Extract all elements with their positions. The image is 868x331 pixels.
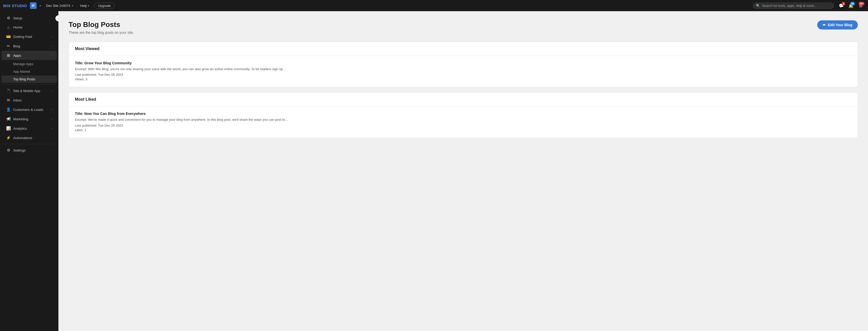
user-avatar-button[interactable]: IK [30,2,37,9]
most-liked-header: Most Liked [69,92,858,107]
topbar-icon-group: 💬 1 🔔 10 ⊞ 20+ [837,1,865,10]
analytics-icon: 📊 [6,126,11,131]
chevron-up-icon: ˄ [51,54,52,57]
sidebar-item-customers-leads[interactable]: 👤 Customers & Leads › [2,105,57,114]
sidebar-item-label: Setup [13,16,52,20]
manage-apps-label: Manage Apps [13,62,33,66]
sidebar-item-label: Home [13,25,52,29]
page-subtitle: These are the top blog posts on your sit… [68,30,134,34]
post-excerpt: Excerpt: With Wix Blog, you're not only … [75,66,851,72]
sidebar-item-label: Customers & Leads [13,108,49,112]
sidebar-item-home[interactable]: ⌂ Home [2,23,57,32]
chevron-right-icon: › [52,108,52,111]
help-label: Help [80,4,87,8]
search-bar[interactable]: 🔍 Search for tools, apps, help & more... [753,3,834,9]
chevron-right-icon: › [52,45,52,48]
sidebar-divider [3,84,55,85]
site-selector-button[interactable]: Dev Site 2x9074 ▾ [44,3,75,9]
most-liked-post-item: Title: Now You Can Blog from Everywhere … [69,107,858,138]
marketing-icon: 📢 [6,117,11,121]
sidebar-item-settings[interactable]: ⚙ Settings [2,146,57,155]
sidebar-item-apps[interactable]: ⊞ Apps ˄ [2,51,57,60]
chevron-right-icon: › [52,127,52,130]
home-icon: ⌂ [6,25,11,29]
upgrade-button[interactable]: Upgrade [94,3,115,9]
sidebar-item-analytics[interactable]: 📊 Analytics › [2,124,57,133]
page-title-group: Top Blog Posts These are the top blog po… [68,20,134,34]
sidebar-item-label: Blog [13,44,49,48]
sidebar-item-label: Apps [13,54,49,57]
user-dropdown-chevron: ▾ [40,4,41,7]
sidebar-item-label: Site & Mobile App [13,89,49,93]
post-excerpt: Excerpt: We've made it quick and conveni… [75,117,851,122]
most-liked-card: Most Liked Title: Now You Can Blog from … [68,92,858,138]
search-icon: 🔍 [756,4,760,8]
setup-icon: ⚙ [6,16,11,20]
notifications-badge: 10 [850,2,855,6]
most-viewed-header: Most Viewed [69,42,858,56]
post-last-published: Last published: Tue Dec 05 2023 [75,73,851,77]
app-market-label: App Market [13,70,30,74]
sidebar-item-blog[interactable]: ✏ Blog › [2,42,57,51]
sidebar-sub-item-app-market[interactable]: App Market [2,68,57,75]
wix-studio-logo: WIX STUDIO [3,4,27,8]
main-layout: ‹ ⚙ Setup ⌂ Home 💳 Getting Paid › ✏ Blog… [0,11,868,331]
sidebar-sub-item-manage-apps[interactable]: Manage Apps [2,60,57,67]
site-name-label: Dev Site 2x9074 [46,4,70,8]
chevron-right-icon: › [52,118,52,120]
getting-paid-icon: 💳 [6,34,11,39]
main-content: Top Blog Posts These are the top blog po… [58,11,868,331]
chevron-right-icon: › [52,89,52,92]
sidebar-item-label: Automations [13,136,52,140]
page-title: Top Blog Posts [68,20,134,29]
search-placeholder: Search for tools, apps, help & more... [762,4,817,8]
notifications-button[interactable]: 🔔 10 [847,1,855,10]
sidebar-item-getting-paid[interactable]: 💳 Getting Paid › [2,32,57,41]
edit-blog-button[interactable]: ✏ Edit Your Blog [817,20,858,29]
help-dropdown-chevron: ▾ [88,4,89,7]
site-mobile-app-icon: 📱 [6,88,11,93]
messages-badge: 1 [842,2,845,6]
apps-nav-icon: ⊞ [6,53,11,58]
blog-icon: ✏ [6,44,11,48]
post-title: Title: Grow Your Blog Community [75,61,851,65]
settings-icon: ⚙ [6,148,11,153]
sidebar-item-automations[interactable]: ⚡ Automations [2,133,57,142]
sidebar-item-marketing[interactable]: 📢 Marketing › [2,114,57,123]
sidebar-divider-2 [3,144,55,144]
help-button[interactable]: Help ▾ [78,3,91,9]
most-viewed-post-item: Title: Grow Your Blog Community Excerpt:… [69,56,858,87]
post-likes: Likes: 1 [75,128,851,132]
sidebar-sub-item-top-blog-posts[interactable]: Top Blog Posts [2,76,57,83]
sidebar-item-label: Marketing [13,117,49,121]
sidebar-item-inbox[interactable]: ✉ Inbox [2,95,57,105]
post-views: Views: 3 [75,77,851,81]
top-blog-posts-label: Top Blog Posts [13,77,35,81]
sidebar: ‹ ⚙ Setup ⌂ Home 💳 Getting Paid › ✏ Blog… [0,11,58,331]
topbar: WIX STUDIO IK ▾ Dev Site 2x9074 ▾ Help ▾… [0,0,868,11]
apps-button[interactable]: ⊞ 20+ [856,1,865,10]
sidebar-nav: ⚙ Setup ⌂ Home 💳 Getting Paid › ✏ Blog ›… [0,11,58,157]
apps-badge: 20+ [859,2,864,6]
sidebar-item-label: Getting Paid [13,35,49,39]
automations-icon: ⚡ [6,136,11,140]
wix-text: WIX [3,4,11,8]
content-header: Top Blog Posts These are the top blog po… [68,20,858,34]
sidebar-item-label: Settings [13,148,52,152]
studio-label: STUDIO [12,4,27,8]
post-title: Title: Now You Can Blog from Everywhere [75,112,851,116]
pencil-icon: ✏ [823,23,826,27]
sidebar-item-site-mobile-app[interactable]: 📱 Site & Mobile App › [2,86,57,95]
inbox-icon: ✉ [6,98,11,103]
sidebar-item-label: Inbox [13,99,52,102]
sidebar-item-setup[interactable]: ⚙ Setup [2,13,57,23]
edit-blog-label: Edit Your Blog [828,23,852,27]
site-dropdown-chevron: ▾ [72,4,73,7]
sidebar-item-label: Analytics [13,127,49,131]
customers-leads-icon: 👤 [6,107,11,112]
chevron-right-icon: › [52,35,52,38]
most-viewed-card: Most Viewed Title: Grow Your Blog Commun… [68,42,858,87]
messages-button[interactable]: 💬 1 [837,1,846,10]
post-last-published: Last published: Tue Dec 05 2023 [75,123,851,127]
